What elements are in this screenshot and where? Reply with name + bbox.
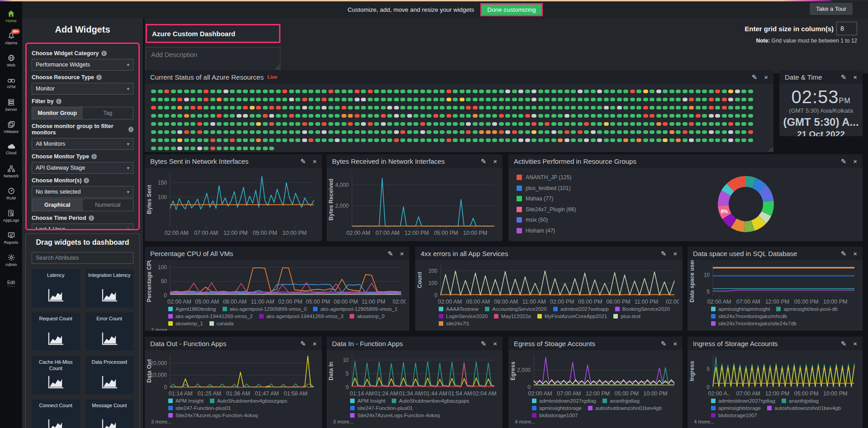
- status-dot-up[interactable]: [269, 90, 274, 93]
- status-dot-na[interactable]: [597, 138, 602, 142]
- legend-item[interactable]: site247-Function-plus01: [168, 405, 231, 411]
- status-dot-up[interactable]: [158, 106, 163, 109]
- status-dot-up[interactable]: [518, 106, 523, 109]
- status-dot-na[interactable]: [197, 147, 202, 150]
- status-dot-up[interactable]: [584, 98, 589, 101]
- status-dot-na[interactable]: [531, 90, 536, 93]
- status-dot-up[interactable]: [728, 114, 733, 118]
- status-dot-trouble[interactable]: [558, 138, 563, 142]
- status-dot-up[interactable]: [610, 114, 615, 118]
- status-dot-up[interactable]: [348, 106, 353, 109]
- status-dot-up[interactable]: [348, 138, 353, 142]
- status-dot-up[interactable]: [177, 122, 182, 126]
- status-dot-up[interactable]: [643, 130, 648, 134]
- status-dot-up[interactable]: [328, 122, 333, 126]
- status-dot-up[interactable]: [650, 122, 655, 126]
- legend-item[interactable]: apminsight/test-pool-db: [776, 306, 838, 312]
- status-dot-down[interactable]: [709, 106, 714, 109]
- status-dot-up[interactable]: [538, 130, 543, 134]
- status-dot-up[interactable]: [269, 130, 274, 134]
- status-dot-up[interactable]: [355, 138, 360, 142]
- status-dot-up[interactable]: [656, 98, 661, 101]
- status-dot-up[interactable]: [210, 114, 215, 118]
- status-dot-up[interactable]: [256, 147, 261, 150]
- status-dot-up[interactable]: [223, 147, 228, 150]
- status-dot-up[interactable]: [427, 130, 432, 134]
- status-dot-up[interactable]: [381, 90, 386, 93]
- status-dot-up[interactable]: [302, 90, 307, 93]
- status-dot-up[interactable]: [440, 130, 445, 134]
- status-dot-up[interactable]: [282, 138, 287, 142]
- status-dot-up[interactable]: [433, 122, 438, 126]
- status-dot-up[interactable]: [223, 130, 228, 134]
- status-dot-down[interactable]: [394, 138, 399, 142]
- legend-item[interactable]: site24x7monitoringaks/mhcdb: [711, 314, 787, 319]
- status-dot-up[interactable]: [217, 90, 222, 93]
- status-dot-up[interactable]: [289, 106, 294, 109]
- dashboard-name-input[interactable]: [147, 30, 279, 38]
- status-dot-up[interactable]: [584, 106, 589, 109]
- status-dot-up[interactable]: [335, 106, 340, 109]
- status-dot-up[interactable]: [636, 90, 641, 93]
- status-dot-na[interactable]: [709, 114, 714, 118]
- status-dot-trouble[interactable]: [217, 98, 222, 101]
- status-dot-up[interactable]: [328, 138, 333, 142]
- status-dot-down[interactable]: [368, 122, 373, 126]
- status-dot-up[interactable]: [551, 98, 556, 101]
- status-dot-up[interactable]: [335, 90, 340, 93]
- legend-item[interactable]: Hisham (47): [517, 228, 576, 234]
- status-dot-up[interactable]: [741, 122, 746, 126]
- status-dot-na[interactable]: [210, 122, 215, 126]
- status-dot-up[interactable]: [151, 122, 156, 126]
- status-dot-up[interactable]: [361, 90, 366, 93]
- status-dot-up[interactable]: [204, 114, 209, 118]
- status-dot-up[interactable]: [394, 98, 399, 101]
- status-dot-up[interactable]: [210, 106, 215, 109]
- status-dot-up[interactable]: [190, 147, 195, 150]
- status-dot-na[interactable]: [361, 122, 366, 126]
- status-dot-up[interactable]: [374, 90, 379, 93]
- status-dot-up[interactable]: [237, 138, 242, 142]
- status-dot-trouble[interactable]: [479, 130, 484, 134]
- status-dot-up[interactable]: [604, 90, 609, 93]
- done-customizing-button[interactable]: Done customizing: [480, 3, 542, 16]
- status-dot-up[interactable]: [420, 106, 425, 109]
- status-dot-up[interactable]: [479, 90, 484, 93]
- status-dot-up[interactable]: [486, 138, 491, 142]
- status-dot-up[interactable]: [237, 122, 242, 126]
- legend-item[interactable]: BookingService2020: [615, 306, 670, 312]
- legend-item[interactable]: aks-agentpool-12905899-vmss_0: [223, 306, 307, 312]
- status-dot-up[interactable]: [295, 98, 300, 101]
- status-dot-up[interactable]: [650, 138, 655, 142]
- legend-item[interactable]: apminsight/apminsight: [711, 306, 770, 312]
- status-dot-up[interactable]: [413, 138, 418, 142]
- status-dot-trouble[interactable]: [486, 130, 491, 134]
- status-dot-up[interactable]: [374, 114, 379, 118]
- close-widget-icon[interactable]: ×: [853, 250, 857, 257]
- status-dot-trouble[interactable]: [177, 106, 182, 109]
- status-dot-down[interactable]: [420, 122, 425, 126]
- status-dot-up[interactable]: [433, 98, 438, 101]
- status-dot-up[interactable]: [551, 90, 556, 93]
- status-dot-up[interactable]: [669, 138, 674, 142]
- legend-item[interactable]: apminsightstorage: [711, 405, 761, 411]
- status-dot-up[interactable]: [728, 106, 733, 109]
- status-dot-up[interactable]: [564, 106, 569, 109]
- status-dot-na[interactable]: [617, 106, 622, 109]
- status-dot-up[interactable]: [525, 90, 530, 93]
- status-dot-up[interactable]: [230, 90, 235, 93]
- status-dot-up[interactable]: [190, 130, 195, 134]
- status-dot-na[interactable]: [492, 122, 497, 126]
- sidebar-item-alarms[interactable]: Alarms99+: [0, 28, 22, 49]
- status-dot-up[interactable]: [643, 98, 648, 101]
- status-dot-up[interactable]: [308, 90, 313, 93]
- legend-item[interactable]: autoshutdownzoho01bev4gb: [767, 405, 841, 411]
- status-dot-up[interactable]: [623, 90, 628, 93]
- status-dot-up[interactable]: [289, 90, 294, 93]
- status-dot-up[interactable]: [374, 98, 379, 101]
- status-dot-down[interactable]: [748, 130, 753, 134]
- status-dot-up[interactable]: [440, 114, 445, 118]
- status-dot-down[interactable]: [584, 122, 589, 126]
- status-dot-down[interactable]: [269, 122, 274, 126]
- status-dot-up[interactable]: [230, 106, 235, 109]
